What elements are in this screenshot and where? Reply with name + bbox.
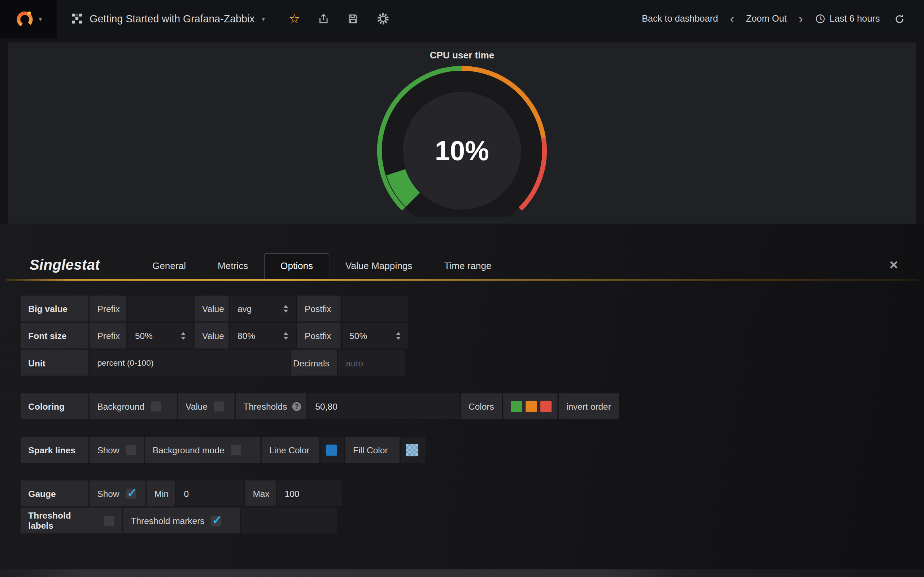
postfix-label: Postfix [297, 296, 341, 322]
tab-general[interactable]: General [136, 254, 202, 279]
coloring-background-checkbox[interactable] [151, 401, 161, 411]
spark-lines-group: Spark lines Show Background mode Line Co… [21, 437, 924, 463]
stepper-icon [283, 332, 288, 339]
panel-editor: Singlestat General Metrics Options Value… [0, 224, 924, 577]
gauge-label: Gauge [21, 480, 89, 506]
coloring-value-cell: Value [178, 393, 234, 419]
background-mode-checkbox[interactable] [231, 445, 241, 455]
colors-label: Colors [461, 393, 502, 419]
share-icon[interactable] [318, 13, 330, 25]
tab-time-range[interactable]: Time range [428, 254, 507, 279]
spark-lines-row: Spark lines Show Background mode Line Co… [21, 437, 924, 463]
thresholds-help-icon[interactable]: ? [292, 402, 301, 410]
postfix-input-cell [342, 296, 408, 322]
time-shift-left-icon[interactable]: ‹ [725, 12, 739, 26]
threshold-markers-checkbox[interactable] [211, 515, 221, 525]
big-value-label: Big value [21, 296, 89, 322]
settings-gear-icon[interactable] [377, 12, 390, 25]
big-value-row: Big value Prefix Value avg Postfix [21, 296, 924, 322]
fill-color-overlay [406, 443, 418, 456]
postfix-size-value: 50% [349, 331, 367, 341]
coloring-row: Coloring Background Value Thresholds ? C… [21, 393, 924, 419]
thresholds-label-cell: Thresholds ? [236, 393, 307, 419]
background-mode-cell: Background mode [145, 437, 261, 463]
value-options-group: Big value Prefix Value avg Postfix [21, 296, 924, 376]
options-tab-content: Big value Prefix Value avg Postfix [0, 281, 924, 577]
decimals-label: Decimals [291, 350, 337, 376]
value-stat-value: avg [237, 304, 252, 314]
clock-icon [815, 14, 825, 24]
decimals-input[interactable] [346, 358, 397, 368]
dashboard-title-menu[interactable]: Getting Started with Grafana-Zabbix ▾ [57, 0, 279, 37]
thresholds-input[interactable] [315, 401, 452, 411]
invert-order-label: invert order [566, 401, 611, 411]
coloring-background-cell: Background [89, 393, 177, 419]
min-input[interactable] [184, 488, 236, 498]
unit-label: Unit [21, 350, 89, 376]
coloring-label: Coloring [21, 393, 89, 419]
color-swatch-green[interactable] [511, 401, 522, 412]
postfix-size-select[interactable]: 50% [342, 323, 408, 349]
prefix-input[interactable] [135, 304, 186, 314]
coloring-value-checkbox[interactable] [214, 401, 224, 411]
color-swatch-red[interactable] [540, 401, 551, 412]
spark-show-checkbox[interactable] [126, 445, 136, 455]
grafana-logo-menu[interactable]: ▾ [0, 0, 57, 37]
color-swatch-orange[interactable] [525, 401, 537, 412]
tab-value-mappings[interactable]: Value Mappings [330, 254, 428, 279]
refresh-icon [894, 13, 905, 24]
dashboard-actions: ☆ [288, 12, 389, 25]
unit-select[interactable]: percent (0-100) [89, 350, 290, 376]
unit-value: percent (0-100) [97, 358, 153, 367]
navbar-right: Back to dashboard ‹ Zoom Out › Last 6 ho… [635, 12, 924, 26]
time-shift-right-icon[interactable]: › [794, 12, 808, 26]
threshold-markers-cell: Threshold markers [123, 508, 240, 533]
stepper-icon [181, 332, 186, 339]
back-to-dashboard-label: Back to dashboard [642, 14, 718, 24]
save-icon[interactable] [347, 13, 359, 25]
gauge-row: Gauge Show Min Max [21, 480, 924, 506]
font-size-row: Font size Prefix 50% Value 80% Postfix [21, 323, 924, 349]
max-input[interactable] [285, 488, 334, 498]
logo-caret-icon: ▾ [39, 15, 42, 23]
stepper-icon [396, 332, 401, 339]
spark-lines-label: Spark lines [21, 437, 89, 463]
font-value-label: Value [195, 323, 229, 349]
invert-order-button[interactable]: invert order [559, 393, 619, 419]
prefix-label: Prefix [89, 296, 126, 322]
line-color-swatch[interactable] [326, 444, 337, 456]
stepper-icon [283, 305, 288, 312]
value-size-select[interactable]: 80% [230, 323, 296, 349]
gauge-show-cell: Show [89, 480, 145, 506]
gauge-empty-cell [241, 508, 337, 533]
threshold-display-row: Threshold labels Threshold markers [21, 508, 924, 533]
tab-options[interactable]: Options [264, 253, 329, 279]
prefix-size-select[interactable]: 50% [128, 323, 194, 349]
time-range-label: Last 6 hours [829, 14, 880, 24]
star-icon[interactable]: ☆ [288, 12, 300, 25]
fill-color-label: Fill Color [346, 437, 399, 463]
value-stat-select[interactable]: avg [230, 296, 296, 322]
fill-color-cell [401, 437, 426, 463]
panel-title[interactable]: CPU user time [8, 43, 916, 61]
gauge-group: Gauge Show Min Max Threshold [21, 480, 924, 533]
refresh-button[interactable] [887, 13, 912, 24]
tab-metrics[interactable]: Metrics [202, 254, 264, 279]
fill-color-swatch[interactable] [406, 443, 418, 456]
dashboard-caret-icon: ▾ [262, 15, 265, 23]
close-editor-icon[interactable]: × [889, 257, 898, 272]
threshold-labels-checkbox[interactable] [104, 515, 115, 525]
threshold-labels-cell: Threshold labels [21, 508, 122, 533]
decimals-input-cell [338, 350, 405, 376]
thresholds-input-cell [307, 393, 459, 419]
time-range-picker[interactable]: Last 6 hours [808, 14, 887, 24]
font-postfix-label: Postfix [297, 323, 341, 349]
back-to-dashboard-button[interactable]: Back to dashboard [635, 14, 725, 24]
zoom-out-button[interactable]: Zoom Out [739, 14, 794, 24]
grafana-app: ▾ Getting Started with Grafana-Zabbix ▾ … [0, 0, 924, 577]
prefix-size-value: 50% [135, 331, 153, 341]
dashboard-grid-icon [72, 14, 82, 24]
dashboard-title: Getting Started with Grafana-Zabbix [89, 13, 254, 25]
postfix-input[interactable] [349, 304, 401, 314]
gauge-show-checkbox[interactable] [126, 488, 136, 498]
